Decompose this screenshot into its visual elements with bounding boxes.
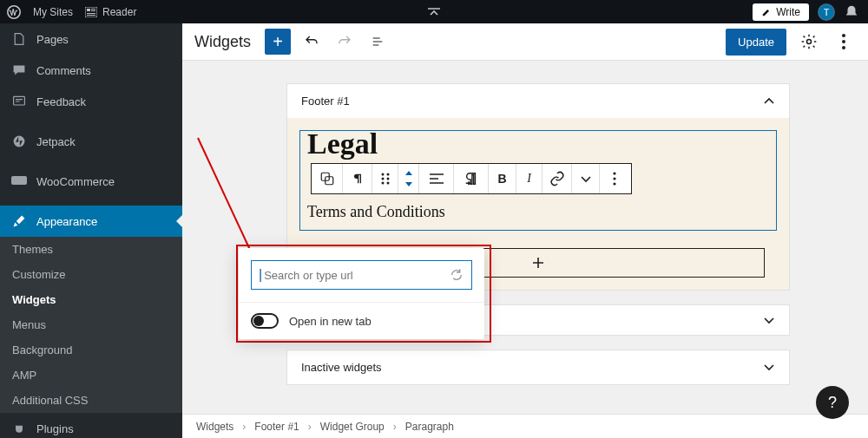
admin-top-bar: My Sites Reader Write T — [0, 0, 868, 23]
widget-group-block[interactable]: Legal B I Terms — [299, 130, 777, 231]
footer-1-title: Footer #1 — [301, 95, 350, 108]
write-label: Write — [776, 6, 800, 18]
editor-main: Widgets + Update Footer #1 Legal — [182, 23, 868, 438]
appearance-submenu: Themes Customize Widgets Menus Backgroun… — [0, 237, 182, 413]
submit-arrow-icon[interactable] — [449, 267, 464, 283]
more-rich-text-button[interactable] — [572, 164, 600, 193]
feedback-icon — [10, 93, 28, 110]
page-icon — [10, 30, 28, 48]
undo-button[interactable] — [299, 29, 324, 54]
crumb-group[interactable]: Widget Group — [320, 421, 385, 433]
submenu-widgets[interactable]: Widgets — [0, 287, 182, 312]
open-new-tab-toggle[interactable] — [251, 313, 279, 329]
svg-point-24 — [386, 177, 389, 180]
my-sites-label: My Sites — [33, 6, 73, 18]
drag-handle[interactable] — [372, 164, 398, 193]
wp-logo[interactable] — [7, 5, 21, 19]
submenu-background[interactable]: Background — [0, 337, 182, 363]
sidebar-item-pages[interactable]: Pages — [0, 23, 182, 55]
direction-button[interactable] — [454, 164, 489, 193]
sidebar-item-appearance[interactable]: Appearance — [0, 206, 182, 237]
svg-rect-7 — [14, 96, 25, 105]
comment-icon — [10, 62, 28, 79]
sidebar-item-comments[interactable]: Comments — [0, 55, 182, 86]
svg-point-21 — [381, 173, 384, 175]
svg-rect-6 — [87, 15, 95, 16]
crumb-footer[interactable]: Footer #1 — [254, 421, 299, 433]
sidebar-item-feedback[interactable]: Feedback — [0, 86, 182, 117]
link-button[interactable] — [542, 164, 572, 193]
sidebar-item-plugins[interactable]: Plugins — [0, 413, 182, 438]
italic-button[interactable]: I — [516, 164, 542, 193]
add-block-button[interactable]: + — [265, 29, 291, 55]
help-fab-button[interactable]: ? — [816, 386, 849, 419]
submenu-themes[interactable]: Themes — [0, 237, 182, 262]
crumb-widgets[interactable]: Widgets — [196, 421, 233, 433]
svg-rect-9 — [11, 176, 27, 185]
inactive-widgets-panel: Inactive widgets — [286, 350, 790, 385]
jetpack-icon — [10, 133, 28, 150]
my-sites-link[interactable]: My Sites — [33, 6, 73, 18]
redo-button[interactable] — [332, 29, 357, 54]
plug-icon — [10, 420, 28, 437]
svg-point-26 — [386, 181, 389, 184]
editor-toolbar: Widgets + Update — [182, 23, 868, 61]
submenu-amp[interactable]: AMP — [0, 363, 182, 388]
svg-point-8 — [14, 136, 25, 147]
svg-point-16 — [842, 34, 845, 37]
admin-sidebar: Pages Comments Feedback Jetpack WooComme… — [0, 23, 182, 438]
chevron-down-icon — [763, 316, 775, 324]
svg-rect-4 — [91, 10, 95, 11]
settings-cog-button[interactable] — [797, 29, 821, 54]
sidebar-item-jetpack[interactable]: Jetpack — [0, 126, 182, 157]
list-view-button[interactable] — [365, 29, 390, 54]
block-type-button[interactable] — [312, 164, 343, 193]
svg-point-27 — [613, 172, 615, 174]
block-breadcrumb: Widgets› Footer #1› Widget Group› Paragr… — [182, 414, 868, 438]
notifications-icon[interactable] — [844, 4, 859, 20]
plus-icon — [531, 256, 545, 270]
page-title: Widgets — [194, 33, 251, 51]
top-collapse-icon[interactable] — [427, 8, 441, 16]
svg-point-28 — [613, 177, 615, 180]
svg-rect-3 — [91, 9, 95, 10]
chevron-up-icon — [763, 97, 775, 106]
legal-heading[interactable]: Legal — [307, 131, 769, 158]
inactive-widgets-title: Inactive widgets — [301, 361, 382, 374]
svg-point-15 — [807, 40, 812, 44]
submenu-customize[interactable]: Customize — [0, 262, 182, 287]
sidebar-item-woocommerce[interactable]: WooCommerce — [0, 166, 182, 197]
svg-rect-1 — [85, 7, 97, 17]
svg-point-23 — [381, 177, 384, 180]
pen-icon — [761, 7, 772, 17]
brush-icon — [10, 212, 28, 230]
submenu-additional-css[interactable]: Additional CSS — [0, 388, 182, 413]
reader-label: Reader — [102, 6, 136, 18]
bold-button[interactable]: B — [489, 164, 516, 193]
move-arrows[interactable] — [398, 164, 419, 193]
svg-point-29 — [613, 182, 615, 185]
link-url-input[interactable] — [264, 269, 449, 282]
submenu-menus[interactable]: Menus — [0, 312, 182, 337]
chevron-down-icon — [763, 363, 775, 371]
open-new-tab-label: Open in new tab — [289, 315, 372, 328]
align-button[interactable] — [419, 164, 454, 193]
svg-point-18 — [842, 46, 845, 49]
reader-link[interactable]: Reader — [85, 6, 136, 18]
footer-1-header[interactable]: Footer #1 — [287, 84, 789, 118]
reader-icon — [85, 7, 97, 17]
block-more-button[interactable] — [600, 164, 629, 193]
svg-rect-5 — [87, 13, 95, 14]
svg-point-25 — [381, 181, 384, 184]
write-button[interactable]: Write — [753, 3, 809, 21]
svg-point-17 — [842, 40, 845, 43]
paragraph-block[interactable]: Terms and Conditions — [307, 203, 769, 221]
update-button[interactable]: Update — [726, 29, 786, 56]
crumb-paragraph[interactable]: Paragraph — [405, 421, 454, 433]
paragraph-icon-button[interactable] — [343, 164, 372, 193]
avatar[interactable]: T — [818, 3, 835, 21]
more-options-button[interactable] — [832, 29, 856, 54]
inactive-widgets-header[interactable]: Inactive widgets — [287, 350, 789, 384]
link-popover: | Open in new tab — [239, 248, 484, 339]
block-toolbar: B I — [311, 163, 632, 194]
